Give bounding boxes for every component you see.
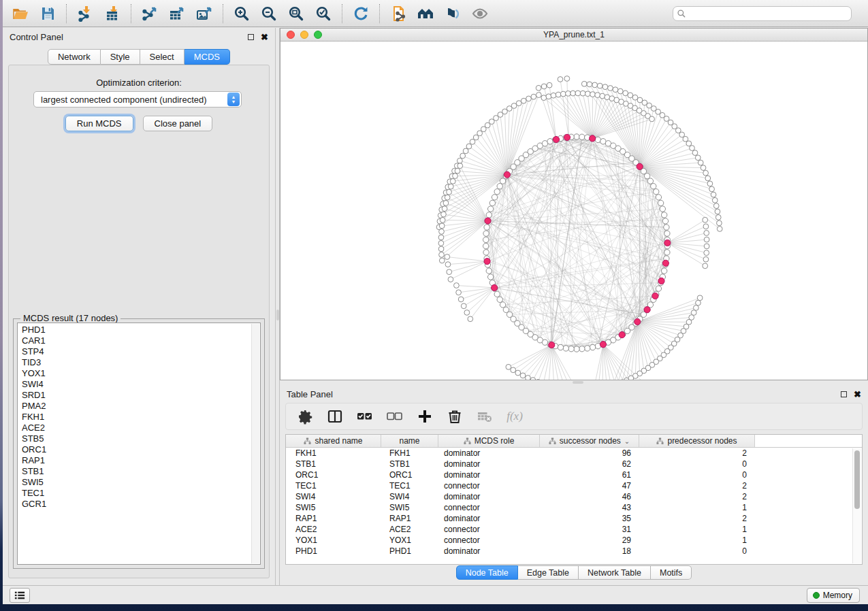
table-row[interactable]: STB1STB1dominator620 (286, 459, 852, 469)
table-panel-title: Table Panel (287, 389, 333, 399)
close-panel-button[interactable]: Close panel (143, 116, 213, 131)
export-image-button[interactable] (191, 3, 218, 24)
table-scrollbar[interactable] (852, 448, 861, 563)
horizontal-splitter[interactable] (280, 380, 868, 385)
import-table-button[interactable] (99, 3, 126, 24)
close-panel-icon[interactable]: ✖ (261, 34, 268, 40)
memory-label: Memory (823, 591, 852, 600)
import-table-icon (104, 5, 120, 22)
mcds-result-item[interactable]: TID3 (22, 357, 251, 368)
mcds-result-item[interactable]: FKH1 (22, 412, 251, 423)
mcds-result-item[interactable]: STP4 (22, 346, 251, 357)
network-canvas[interactable] (280, 42, 867, 380)
minimize-window-icon[interactable] (300, 31, 308, 39)
scrollbar-thumb[interactable] (854, 450, 860, 509)
table-row[interactable]: TEC1TEC1connector472 (286, 480, 852, 491)
mcds-result-item[interactable]: RAP1 (22, 455, 251, 466)
save-session-button[interactable] (34, 3, 61, 24)
memory-button[interactable]: Memory (807, 588, 860, 603)
maximize-window-icon[interactable] (314, 31, 322, 39)
table-row[interactable]: SWI5SWI5connector431 (286, 502, 852, 513)
add-column-button[interactable] (415, 406, 434, 427)
mcds-result-item[interactable]: TEC1 (22, 488, 251, 499)
column-header-shared-name[interactable]: shared name (286, 435, 381, 447)
show-graphics-details-button[interactable] (466, 3, 494, 24)
mcds-list-scrollbar[interactable] (251, 324, 259, 563)
tab-motifs[interactable]: Motifs (651, 565, 692, 580)
column-header-predecessor-nodes[interactable]: predecessor nodes (639, 435, 755, 447)
cell-name: FKH1 (381, 448, 438, 458)
mcds-result-item[interactable]: CAR1 (22, 335, 251, 346)
table-row[interactable]: RAP1RAP1dominator352 (286, 513, 852, 524)
table-row[interactable]: FKH1FKH1dominator962 (286, 448, 852, 459)
open-file-button[interactable] (7, 3, 34, 24)
mcds-result-item[interactable]: GCR1 (22, 499, 251, 510)
export-table-icon (169, 5, 185, 22)
node-table[interactable]: shared namenameMCDS rolesuccessor nodes⌄… (285, 434, 863, 565)
mcds-result-item[interactable]: YOX1 (22, 368, 251, 379)
column-header-successor-nodes[interactable]: successor nodes⌄ (540, 435, 639, 447)
mcds-result-item[interactable]: PHD1 (22, 325, 251, 335)
hide-graphics-details-icon (445, 5, 461, 22)
export-network-button[interactable] (136, 3, 163, 24)
mcds-result-item[interactable]: STB1 (22, 466, 251, 477)
mcds-result-item[interactable]: ACE2 (22, 423, 251, 433)
tab-node-table[interactable]: Node Table (456, 565, 518, 580)
table-options-gear-button[interactable] (295, 406, 315, 427)
column-header-MCDS-role[interactable]: MCDS role (438, 435, 540, 447)
cell-MCDS-role: connector (438, 535, 540, 545)
zoom-selected-button[interactable] (310, 3, 337, 24)
close-panel-icon[interactable]: ✖ (854, 391, 861, 397)
close-window-icon[interactable] (287, 31, 295, 39)
cell-name: RAP1 (381, 514, 438, 523)
export-table-button[interactable] (163, 3, 191, 24)
vertical-splitter[interactable] (275, 28, 280, 585)
table-options-gear-icon (297, 408, 313, 425)
mcds-result-item[interactable]: PMA2 (22, 401, 251, 412)
mcds-result-item[interactable]: STB5 (22, 433, 251, 444)
splitter-grip[interactable] (573, 381, 583, 384)
refresh-network-button[interactable] (347, 3, 374, 24)
table-row[interactable]: ACE2ACE2connector311 (286, 524, 852, 535)
search-box[interactable] (673, 6, 852, 21)
table-row[interactable]: PHD1PHD1dominator180 (286, 546, 852, 557)
zoom-fit-button[interactable] (283, 3, 310, 24)
tab-select[interactable]: Select (140, 49, 184, 65)
table-row[interactable]: YOX1YOX1connector291 (286, 535, 852, 546)
tab-mcds[interactable]: MCDS (184, 49, 230, 65)
float-panel-icon[interactable] (841, 391, 847, 397)
main-toolbar (3, 0, 868, 27)
tab-edge-table[interactable]: Edge Table (518, 565, 579, 580)
zoom-out-button[interactable] (255, 3, 283, 24)
run-mcds-button[interactable]: Run MCDS (65, 116, 133, 131)
mcds-result-list[interactable]: PHD1CAR1STP4TID3YOX1SWI4SRD1PMA2FKH1ACE2… (17, 323, 261, 565)
task-history-button[interactable] (10, 588, 30, 603)
tab-network-table[interactable]: Network Table (579, 565, 651, 580)
delete-column-button[interactable] (445, 406, 464, 427)
mcds-result-item[interactable]: SRD1 (22, 390, 251, 401)
deselect-all-rows-button[interactable] (385, 406, 404, 427)
show-column-button[interactable] (325, 406, 344, 427)
tab-style[interactable]: Style (101, 49, 140, 65)
table-row[interactable]: SWI4SWI4dominator462 (286, 491, 852, 502)
splitter-grip[interactable] (276, 310, 279, 320)
mcds-result-item[interactable]: SWI5 (22, 477, 251, 488)
select-all-rows-button[interactable] (355, 406, 374, 427)
tab-network[interactable]: Network (48, 49, 101, 65)
cell-MCDS-role: dominator (438, 448, 540, 458)
mcds-result-item[interactable]: SWI4 (22, 379, 251, 390)
column-header-name[interactable]: name (381, 435, 438, 447)
zoom-out-icon (261, 5, 277, 22)
search-input[interactable] (689, 8, 848, 19)
import-network-button[interactable] (71, 3, 99, 24)
network-homes-button[interactable] (412, 3, 439, 24)
zoom-in-button[interactable] (228, 3, 255, 24)
mcds-result-item[interactable]: ORC1 (22, 444, 251, 455)
hide-graphics-details-button[interactable] (439, 3, 466, 24)
network-window-titlebar[interactable]: YPA_prune.txt_1 (280, 29, 867, 42)
float-panel-icon[interactable] (248, 34, 254, 40)
share-network-document-button[interactable] (385, 3, 412, 24)
criterion-select[interactable]: largest connected component (undirected)… (33, 91, 242, 108)
cell-shared-name: STB1 (286, 459, 381, 469)
table-row[interactable]: ORC1ORC1dominator610 (286, 469, 852, 480)
